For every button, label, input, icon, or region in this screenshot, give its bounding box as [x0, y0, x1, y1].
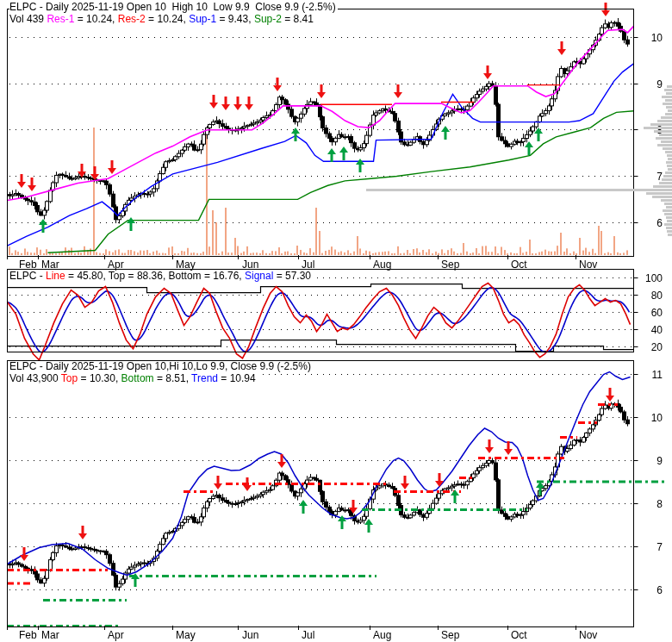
res1-value: = 10.24, [74, 13, 117, 25]
charting-app-window: ELPC - Daily 2025-11-19 Open 10 High 10 … [0, 0, 672, 642]
panel3-volume-label: Vol 43,900 [9, 372, 61, 384]
res2-label: Res-2 [118, 13, 146, 25]
bottom-line-value: = 8.51, [154, 372, 191, 384]
res2-value: = 10.24, [146, 13, 189, 25]
res1-label: Res-1 [47, 13, 74, 25]
panel2-symbol: ELPC - [9, 270, 46, 282]
panel1-title: ELPC - Daily 2025-11-19 Open 10 High 10 … [9, 2, 338, 13]
sup2-value: = 8.41 [282, 13, 314, 25]
top-line-value: = 10.30, [78, 372, 121, 384]
sup1-value: = 9.43, [216, 13, 254, 25]
bottom-line-label: Bottom [121, 372, 154, 384]
panel1-indicator-values: Vol 439 Res-1 = 10.24, Res-2 = 10.24, Su… [9, 14, 315, 25]
sup1-label: Sup-1 [189, 13, 216, 25]
stock-chart-canvas[interactable] [0, 0, 672, 642]
panel2-title: ELPC - Line = 45.80, Top = 88.36, Bottom… [9, 271, 313, 282]
osc-line-label: Line [46, 270, 65, 282]
osc-signal-label: Signal [245, 270, 273, 282]
panel3-title: ELPC - Daily 2025-11-19 Open 10,Hi 10,Lo… [9, 361, 313, 372]
sup2-label: Sup-2 [254, 13, 282, 25]
trend-line-label: Trend [191, 372, 218, 384]
osc-signal-value: = 57.30 [273, 270, 311, 282]
osc-mid-values: = 45.80, Top = 88.36, Bottom = 16.76, [65, 270, 245, 282]
panel1-volume-label: Vol 439 [9, 13, 47, 25]
top-line-label: Top [61, 372, 78, 384]
trend-line-value: = 10.94 [218, 372, 256, 384]
panel3-indicator-values: Vol 43,900 Top = 10.30, Bottom = 8.51, T… [9, 373, 258, 384]
